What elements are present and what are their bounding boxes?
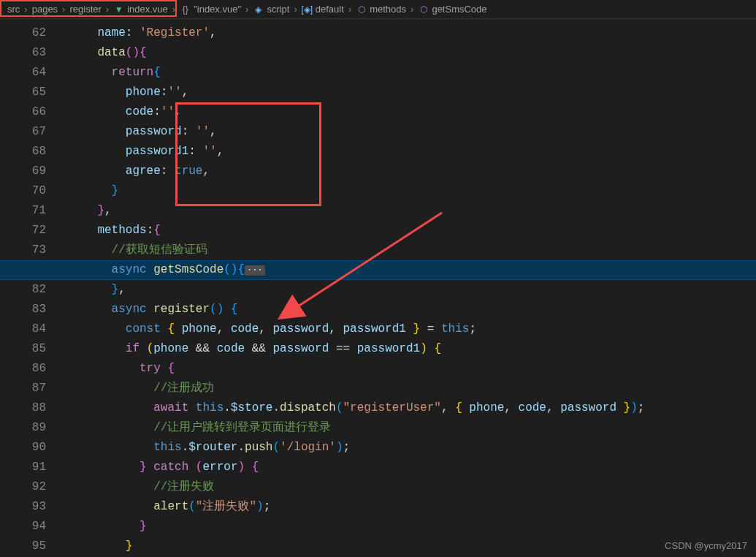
line-number: 93: [0, 497, 46, 517]
line-number: 92: [0, 477, 46, 497]
crumb-file[interactable]: ▼index.vue: [112, 4, 169, 15]
line-number: 85: [0, 339, 46, 359]
code-line[interactable]: }: [62, 517, 756, 537]
code-line[interactable]: async register() {: [62, 300, 756, 319]
code-line[interactable]: //注册成功: [62, 379, 756, 398]
code-line[interactable]: this.$router.push('/login');: [62, 438, 756, 458]
code-line-highlighted[interactable]: async getSmsCode(){···: [0, 260, 756, 280]
line-number: 65: [0, 83, 46, 102]
code-line[interactable]: if (phone && code && password == passwor…: [62, 339, 756, 359]
breadcrumb[interactable]: src › pages › register › ▼index.vue › {}…: [0, 0, 756, 19]
line-number: 88: [0, 398, 46, 418]
code-line[interactable]: return{: [62, 63, 756, 83]
code-line[interactable]: await this.$store.dispatch("registerUser…: [62, 398, 756, 418]
line-number: 83: [0, 300, 46, 319]
vue-icon: ▼: [113, 4, 124, 15]
line-number: 62: [0, 23, 46, 43]
module-icon: [◈]: [302, 4, 313, 15]
code-line[interactable]: alert("注册失败");: [62, 497, 756, 517]
chevron-right-icon: ›: [411, 4, 413, 15]
watermark: CSDN @ycmy2017: [665, 540, 747, 551]
line-number: 67: [0, 122, 46, 142]
line-number: 87: [0, 379, 46, 398]
line-number: 82: [0, 280, 46, 300]
code-line[interactable]: //让用户跳转到登录页面进行登录: [62, 418, 756, 438]
line-number: 69: [0, 162, 46, 181]
line-number: 89: [0, 418, 46, 438]
line-number: 64: [0, 63, 46, 83]
line-number: 66: [0, 102, 46, 122]
line-number: 84: [0, 319, 46, 339]
crumb-script[interactable]: ◈script: [251, 4, 291, 15]
folding-indicator[interactable]: ···: [245, 265, 265, 276]
code-line[interactable]: agree: true,: [62, 162, 756, 181]
crumb-methods[interactable]: ⬡methods: [354, 4, 408, 15]
code-line[interactable]: password1: '',: [62, 142, 756, 162]
line-number: 90: [0, 438, 46, 458]
method-icon: ⬡: [356, 4, 367, 15]
code-line[interactable]: //注册失败: [62, 477, 756, 497]
chevron-right-icon: ›: [24, 4, 27, 15]
crumb-qfile[interactable]: {}"index.vue": [178, 4, 243, 15]
code-line[interactable]: phone:'',: [62, 83, 756, 102]
line-number: 72: [0, 221, 46, 240]
code-line[interactable]: methods:{: [62, 221, 756, 240]
code-line[interactable]: name: 'Register',: [62, 23, 756, 43]
code-line[interactable]: },: [62, 280, 756, 300]
code-line[interactable]: }: [62, 537, 756, 556]
line-number: 71: [0, 201, 46, 221]
chevron-right-icon: ›: [172, 4, 175, 15]
method-icon: ⬡: [418, 4, 429, 15]
code-line[interactable]: } catch (error) {: [62, 458, 756, 477]
code-line[interactable]: data(){: [62, 43, 756, 63]
line-number: 63: [0, 43, 46, 63]
code-line[interactable]: try {: [62, 359, 756, 379]
chevron-right-icon: ›: [245, 4, 248, 15]
line-gutter: 62 63 64 65 66 67 68 69 70 71 72 73 74› …: [0, 19, 62, 557]
crumb-pages[interactable]: pages: [31, 4, 59, 15]
chevron-right-icon: ›: [348, 4, 351, 15]
code-line[interactable]: const { phone, code, password, password1…: [62, 319, 756, 339]
line-number: 70: [0, 181, 46, 201]
code-area[interactable]: name: 'Register', data(){ return{ phone:…: [62, 19, 756, 557]
line-number: 94: [0, 517, 46, 537]
crumb-src[interactable]: src: [6, 4, 21, 15]
line-number: 86: [0, 359, 46, 379]
code-line[interactable]: password: '',: [62, 122, 756, 142]
crumb-default[interactable]: [◈]default: [300, 4, 345, 15]
chevron-right-icon: ›: [106, 4, 109, 15]
line-number: 73: [0, 240, 46, 260]
chevron-right-icon: ›: [294, 4, 297, 15]
crumb-register[interactable]: register: [68, 4, 102, 15]
braces-icon: {}: [180, 4, 191, 15]
code-line[interactable]: //获取短信验证码: [62, 240, 756, 260]
symbol-icon: ◈: [253, 4, 264, 15]
crumb-getsmscode[interactable]: ⬡getSmsCode: [416, 4, 488, 15]
line-number: 91: [0, 458, 46, 477]
code-line[interactable]: code:'',: [62, 102, 756, 122]
chevron-right-icon: ›: [62, 4, 65, 15]
code-editor[interactable]: 62 63 64 65 66 67 68 69 70 71 72 73 74› …: [0, 19, 756, 557]
code-line[interactable]: },: [62, 201, 756, 221]
code-line[interactable]: }: [62, 181, 756, 201]
line-number: 95: [0, 537, 46, 556]
line-number: 68: [0, 142, 46, 162]
